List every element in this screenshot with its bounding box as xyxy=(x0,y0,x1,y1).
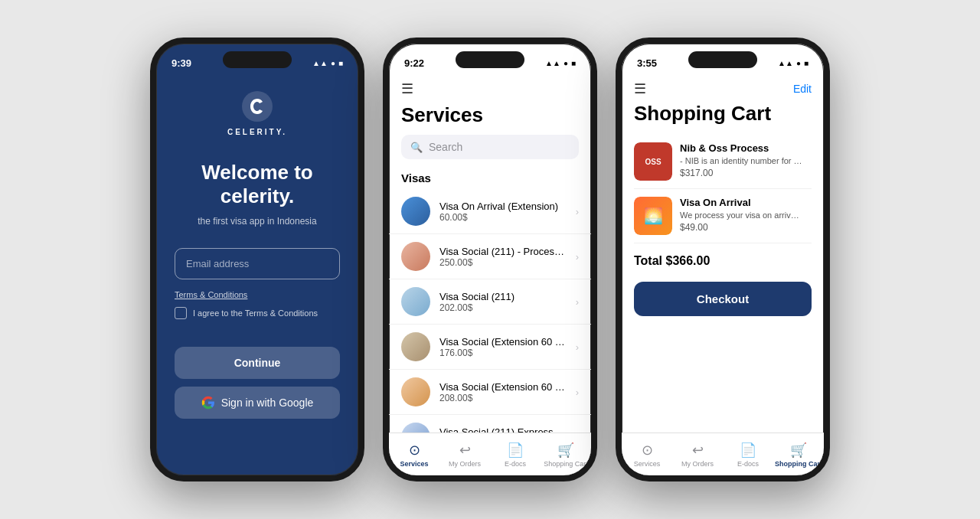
service-price-3: 202.00$ xyxy=(439,302,567,313)
services-tab-icon-3: ⊙ xyxy=(642,442,653,459)
cart-item-info-2: Visa On Arrival We process your visa on … xyxy=(680,197,812,233)
tab-my-orders[interactable]: ↩ My Orders xyxy=(439,442,490,468)
checkbox-label: I agree to the Terms & Conditions xyxy=(193,308,318,318)
logo-area: CELERITY. xyxy=(227,90,287,136)
terms-link[interactable]: Terms & Conditions xyxy=(175,290,247,299)
wifi-icon-2: ● xyxy=(564,59,568,67)
services-header: ☰ xyxy=(389,77,591,103)
service-price-4: 176.00$ xyxy=(439,348,567,358)
service-thumb-4 xyxy=(401,332,430,361)
chevron-icon-2: › xyxy=(576,251,579,263)
section-visas-label: Visas xyxy=(389,168,591,189)
cart-tab-icon-3: 🛒 xyxy=(790,442,807,459)
tab-edocs-3[interactable]: 📄 E-docs xyxy=(723,442,773,468)
service-name-2: Visa Social (211) - Process From Ab... xyxy=(439,246,567,257)
orders-tab-icon: ↩ xyxy=(459,442,471,459)
service-thumb-3 xyxy=(401,287,430,316)
dynamic-island-2 xyxy=(456,51,524,68)
services-tab-label-3: Services xyxy=(634,460,661,468)
tab-services[interactable]: ⊙ Services xyxy=(389,442,439,468)
cart-item-1: OSS Nib & Oss Process - NIB is an identi… xyxy=(634,135,812,189)
cart-item-info-1: Nib & Oss Process - NIB is an identity n… xyxy=(680,142,812,178)
cart-tab-label: Shopping Cart xyxy=(544,460,588,468)
cart-item-desc-1: - NIB is an identity number for a compa.… xyxy=(680,156,802,165)
search-placeholder: Search xyxy=(429,141,462,153)
service-info-3: Visa Social (211) 202.00$ xyxy=(439,291,567,313)
service-thumb-1 xyxy=(401,197,430,226)
orders-tab-label: My Orders xyxy=(449,460,481,468)
svg-point-0 xyxy=(242,91,273,122)
cart-tab-label-3: Shopping Cart xyxy=(775,460,822,468)
services-list: Visa On Arrival (Extension) 60.00$ › Vis… xyxy=(389,189,591,468)
services-title: Services xyxy=(389,103,591,135)
service-thumb-5 xyxy=(401,377,430,406)
service-name-4: Visa Social (Extension 60 Days) xyxy=(439,336,567,348)
checkbox-row: I agree to the Terms & Conditions xyxy=(175,307,318,319)
service-price-2: 250.00$ xyxy=(439,257,567,268)
phone-services: 9:22 ▲▲ ● ■ ☰ Services 🔍 Search Visas Vi… xyxy=(383,38,597,481)
hamburger-icon[interactable]: ☰ xyxy=(401,80,413,97)
cart-item-price-1: $317.00 xyxy=(680,168,812,178)
chevron-icon-4: › xyxy=(576,341,579,353)
time-3: 3:55 xyxy=(637,57,657,69)
cart-thumb-2: 🌅 xyxy=(634,197,672,235)
cart-tab-icon: 🛒 xyxy=(557,442,574,459)
status-icons-2: ▲▲ ● ■ xyxy=(545,59,576,67)
search-icon: 🔍 xyxy=(410,142,423,153)
google-signin-label: Sign in with Google xyxy=(221,397,314,409)
cart-item-name-2: Visa On Arrival xyxy=(680,197,812,208)
cart-total: Total $366.00 xyxy=(622,243,824,279)
time-2: 9:22 xyxy=(404,57,424,69)
cart-item-price-2: $49.00 xyxy=(680,222,812,233)
service-item-2[interactable]: Visa Social (211) - Process From Ab... 2… xyxy=(389,234,591,279)
email-input[interactable] xyxy=(175,248,340,279)
cart-title: Shopping Cart xyxy=(622,102,824,135)
tab-bar-2: ⊙ Services ↩ My Orders 📄 E-docs 🛒 Shoppi… xyxy=(389,432,591,475)
phone-cart: 3:55 ▲▲ ● ■ ☰ Edit Shopping Cart OSS Nib… xyxy=(616,38,830,481)
signal-icon-3: ▲▲ xyxy=(778,59,793,67)
orders-tab-icon-3: ↩ xyxy=(692,442,704,459)
cart-items: OSS Nib & Oss Process - NIB is an identi… xyxy=(622,135,824,243)
cart-item-2: 🌅 Visa On Arrival We process your visa o… xyxy=(634,189,812,243)
welcome-title: Welcome to celerity. xyxy=(175,161,340,208)
service-price-1: 60.00$ xyxy=(439,212,567,223)
continue-button[interactable]: Continue xyxy=(175,347,340,379)
logo-text: CELERITY. xyxy=(227,128,287,136)
cart-item-name-1: Nib & Oss Process xyxy=(680,142,812,154)
wifi-icon-3: ● xyxy=(796,59,801,67)
wifi-icon: ● xyxy=(331,59,335,67)
tab-bar-3: ⊙ Services ↩ My Orders 📄 E-docs 🛒 Shoppi… xyxy=(622,432,824,475)
cart-header: ☰ Edit xyxy=(622,77,824,102)
cart-thumb-1: OSS xyxy=(634,142,672,181)
tab-edocs[interactable]: 📄 E-docs xyxy=(490,442,541,468)
service-item-5[interactable]: Visa Social (Extension 60 Days) Ex... 20… xyxy=(389,370,591,415)
chevron-icon-1: › xyxy=(576,206,579,217)
service-item-3[interactable]: Visa Social (211) 202.00$ › xyxy=(389,279,591,325)
tab-services-3[interactable]: ⊙ Services xyxy=(622,442,672,468)
chevron-icon-3: › xyxy=(576,296,579,308)
service-item-4[interactable]: Visa Social (Extension 60 Days) 176.00$ … xyxy=(389,325,591,370)
celerity-logo-icon xyxy=(240,90,274,123)
service-item-1[interactable]: Visa On Arrival (Extension) 60.00$ › xyxy=(389,189,591,234)
signal-icon-2: ▲▲ xyxy=(545,59,560,67)
search-bar[interactable]: 🔍 Search xyxy=(401,135,579,159)
service-info-1: Visa On Arrival (Extension) 60.00$ xyxy=(439,201,567,223)
terms-checkbox[interactable] xyxy=(175,307,187,319)
checkout-button[interactable]: Checkout xyxy=(634,282,812,316)
service-info-4: Visa Social (Extension 60 Days) 176.00$ xyxy=(439,336,567,358)
dynamic-island xyxy=(223,51,292,68)
hamburger-icon-3[interactable]: ☰ xyxy=(634,80,646,97)
battery-icon: ■ xyxy=(338,59,343,67)
tab-my-orders-3[interactable]: ↩ My Orders xyxy=(672,442,723,468)
edocs-tab-label-3: E-docs xyxy=(737,460,759,468)
tab-cart[interactable]: 🛒 Shopping Cart xyxy=(541,442,591,468)
tab-cart-3[interactable]: 🛒 Shopping Cart xyxy=(773,442,824,468)
edit-button[interactable]: Edit xyxy=(793,83,812,95)
service-name-3: Visa Social (211) xyxy=(439,291,567,302)
service-info-2: Visa Social (211) - Process From Ab... 2… xyxy=(439,246,567,268)
dynamic-island-3 xyxy=(688,51,757,68)
google-signin-button[interactable]: Sign in with Google xyxy=(175,387,340,419)
service-name-1: Visa On Arrival (Extension) xyxy=(439,201,567,212)
service-name-5: Visa Social (Extension 60 Days) Ex... xyxy=(439,381,567,393)
battery-icon-2: ■ xyxy=(571,59,576,67)
